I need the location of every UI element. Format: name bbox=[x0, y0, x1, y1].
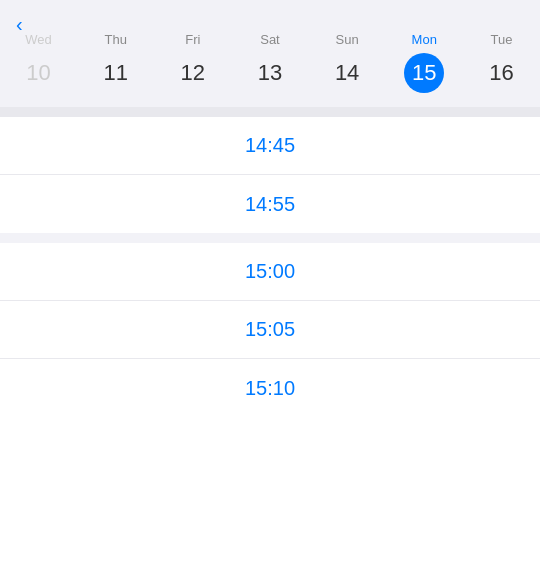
chevron-left-icon: ‹ bbox=[16, 14, 23, 34]
back-button[interactable]: ‹ bbox=[16, 14, 26, 34]
time-value: 15:00 bbox=[245, 260, 295, 283]
day-name-wed: Wed bbox=[25, 32, 52, 47]
day-name-tue: Tue bbox=[490, 32, 512, 47]
time-slot[interactable]: 14:45 bbox=[0, 117, 540, 175]
day-number-tue: 16 bbox=[481, 53, 521, 93]
day-name-thu: Thu bbox=[105, 32, 127, 47]
day-name-sat: Sat bbox=[260, 32, 280, 47]
day-row: Wed10Thu11Fri12Sat13Sun14Mon15Tue16 bbox=[0, 24, 540, 97]
time-list-group2: 15:0015:0515:10 bbox=[0, 243, 540, 417]
day-number-sun: 14 bbox=[327, 53, 367, 93]
day-col-wed[interactable]: Wed10 bbox=[4, 32, 74, 93]
store-header: ‹ bbox=[0, 0, 540, 24]
day-col-sat[interactable]: Sat13 bbox=[235, 32, 305, 93]
time-slot[interactable]: 15:10 bbox=[0, 359, 540, 417]
time-value: 14:55 bbox=[245, 193, 295, 216]
time-slot[interactable]: 14:55 bbox=[0, 175, 540, 233]
time-value: 15:05 bbox=[245, 318, 295, 341]
time-value: 15:10 bbox=[245, 377, 295, 400]
day-col-sun[interactable]: Sun14 bbox=[312, 32, 382, 93]
day-col-thu[interactable]: Thu11 bbox=[81, 32, 151, 93]
day-col-fri[interactable]: Fri12 bbox=[158, 32, 228, 93]
day-col-tue[interactable]: Tue16 bbox=[466, 32, 536, 93]
day-selector: Wed10Thu11Fri12Sat13Sun14Mon15Tue16 bbox=[0, 24, 540, 107]
day-number-sat: 13 bbox=[250, 53, 290, 93]
section-divider-2 bbox=[0, 233, 540, 243]
day-number-wed: 10 bbox=[19, 53, 59, 93]
time-value: 14:45 bbox=[245, 134, 295, 157]
time-list-group1: 14:4514:55 bbox=[0, 117, 540, 233]
time-slot[interactable]: 15:00 bbox=[0, 243, 540, 301]
day-number-fri: 12 bbox=[173, 53, 213, 93]
day-name-fri: Fri bbox=[185, 32, 200, 47]
time-slot[interactable]: 15:05 bbox=[0, 301, 540, 359]
day-number-mon: 15 bbox=[404, 53, 444, 93]
section-divider-1 bbox=[0, 107, 540, 117]
day-number-thu: 11 bbox=[96, 53, 136, 93]
day-name-sun: Sun bbox=[336, 32, 359, 47]
day-name-mon: Mon bbox=[412, 32, 437, 47]
day-col-mon[interactable]: Mon15 bbox=[389, 32, 459, 93]
